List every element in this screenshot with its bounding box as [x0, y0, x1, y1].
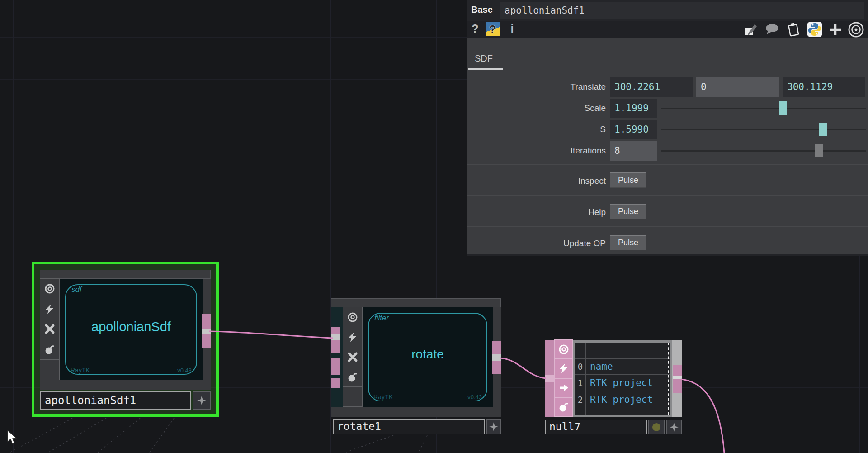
input-connector-3[interactable]: [331, 378, 340, 388]
viewer-active-toggle[interactable]: [648, 420, 665, 434]
bullseye-target-icon[interactable]: [848, 21, 864, 38]
translate-y-field[interactable]: 0: [696, 77, 779, 97]
node-comment-button[interactable]: [486, 419, 501, 434]
panel-bottom-edge: [467, 254, 868, 256]
help-icon[interactable]: ?: [469, 22, 481, 35]
scale-slider-handle[interactable]: [779, 101, 787, 115]
viewer-flag-button[interactable]: [40, 278, 60, 299]
info-icon[interactable]: i: [506, 22, 518, 35]
viewer-flag-button[interactable]: [554, 339, 573, 359]
table-row: 2 RTK_project: [575, 391, 670, 415]
node-brand: RayTK: [71, 367, 90, 374]
iterations-slider-handle[interactable]: [815, 144, 823, 157]
s-slider[interactable]: [661, 129, 866, 130]
param-label-scale: Scale: [467, 103, 606, 113]
node-comment-button[interactable]: [666, 420, 682, 434]
node-version: v0.43: [467, 394, 482, 401]
table-row: 0 name: [575, 359, 670, 375]
output-connector-0[interactable]: [673, 365, 682, 376]
edit-expression-icon[interactable]: [744, 22, 759, 37]
lightning-icon: [558, 363, 569, 374]
node-flag-column: [554, 340, 573, 417]
update-op-pulse-button[interactable]: Pulse: [610, 235, 646, 250]
export-flag-button[interactable]: [554, 378, 573, 398]
node-flag-column: [40, 279, 60, 380]
sparkle-icon: [489, 422, 499, 432]
row-value: name: [590, 359, 657, 374]
table-row: 1 RTK_project: [575, 375, 670, 391]
python-icon[interactable]: [807, 21, 823, 38]
node-viewer[interactable]: sdf apollonianSdf RayTK v0.43: [60, 279, 203, 380]
scale-slider[interactable]: [661, 108, 866, 109]
lightning-icon: [44, 304, 55, 315]
inspect-pulse-button[interactable]: Pulse: [610, 172, 646, 188]
node-name-field[interactable]: apollonianSdf1: [40, 391, 191, 410]
render-flag-button[interactable]: [343, 327, 363, 347]
node-title: rotate: [363, 347, 493, 362]
add-parameter-icon[interactable]: [828, 23, 842, 37]
iterations-field[interactable]: 8: [610, 141, 657, 161]
node-brand: RayTK: [373, 393, 393, 401]
node-title: apollonianSdf: [60, 319, 203, 334]
render-flag-button[interactable]: [554, 358, 573, 378]
node-viewer[interactable]: filter rotate RayTK v0.43: [363, 307, 493, 407]
op-name-field[interactable]: apollonianSdf1: [500, 2, 864, 19]
param-label-help: Help: [467, 207, 606, 217]
table-corner-cell: [575, 343, 586, 358]
x-icon: [347, 352, 358, 362]
immune-flag-button[interactable]: [343, 367, 363, 387]
sparkle-icon: [196, 395, 207, 406]
node-flag-column: [343, 307, 363, 407]
param-label-update-op: Update OP: [467, 238, 606, 248]
comment-bubble-icon[interactable]: [764, 22, 780, 37]
node-category: filter: [374, 314, 389, 323]
bomb-icon: [347, 372, 358, 382]
empty-flag-cell: [343, 386, 363, 407]
bypass-flag-button[interactable]: [40, 319, 60, 340]
input-connector-1[interactable]: [331, 327, 340, 353]
viewer-flag-button[interactable]: [343, 307, 363, 327]
output-connector[interactable]: [492, 341, 501, 374]
bullseye-icon: [347, 312, 358, 323]
render-flag-button[interactable]: [40, 299, 60, 319]
translate-z-field[interactable]: 300.1129: [783, 77, 865, 97]
help-pulse-button[interactable]: Pulse: [610, 204, 646, 219]
bullseye-icon: [558, 344, 569, 355]
node-name-field[interactable]: null7: [545, 420, 647, 434]
copy-parameters-icon[interactable]: [786, 22, 801, 37]
iterations-slider[interactable]: [661, 150, 866, 152]
sparkle-icon: [669, 422, 679, 432]
bomb-icon: [558, 401, 569, 412]
node-comment-button[interactable]: [193, 391, 211, 410]
parameter-panel: Base apollonianSdf1 ? ? i SDF Translate …: [467, 0, 868, 256]
connector-wire-band: [331, 334, 340, 340]
scale-field[interactable]: 1.1999: [610, 99, 657, 118]
bypass-flag-button[interactable]: [343, 347, 363, 367]
node-category: sdf: [71, 285, 82, 294]
immune-flag-button[interactable]: [554, 397, 573, 417]
param-label-inspect: Inspect: [467, 176, 606, 186]
node-header-bar[interactable]: [331, 298, 501, 307]
row-separator: [467, 195, 868, 196]
table-body: 0 name 1 RTK_project 2 RTK_project: [575, 343, 670, 415]
table-selection-dashed-line: [668, 343, 669, 415]
arrow-right-icon: [558, 382, 569, 393]
node-name-field[interactable]: rotate1: [333, 419, 485, 434]
node-rotate[interactable]: filter rotate RayTK v0.43: [331, 298, 501, 435]
connector-wire-band: [492, 354, 501, 361]
python-help-icon[interactable]: ?: [486, 22, 500, 36]
connector-wire-band: [545, 375, 554, 382]
s-field[interactable]: 1.5990: [610, 120, 657, 139]
output-connector[interactable]: [202, 314, 211, 348]
tab-active-underline: [468, 68, 503, 70]
output-connector-1[interactable]: [673, 379, 682, 393]
bullseye-icon: [44, 283, 55, 294]
node-apollonian[interactable]: sdf apollonianSdf RayTK v0.43: [40, 270, 211, 410]
tab-sdf[interactable]: SDF: [475, 53, 493, 64]
immune-flag-button[interactable]: [40, 339, 60, 360]
translate-x-field[interactable]: 300.2261: [610, 77, 693, 97]
node-header-bar[interactable]: [40, 270, 211, 279]
input-connector-2[interactable]: [331, 358, 340, 375]
s-slider-handle[interactable]: [819, 123, 827, 136]
node-null7-table-viewer[interactable]: 0 name 1 RTK_project 2 RTK_project: [573, 340, 672, 417]
